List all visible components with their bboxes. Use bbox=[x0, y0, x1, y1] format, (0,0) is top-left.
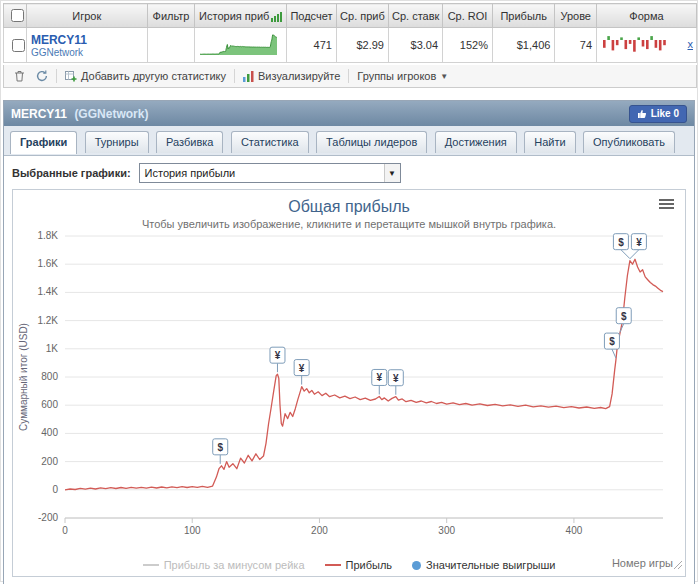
tab-breakdown[interactable]: Разбивка bbox=[156, 131, 223, 153]
y-tick-label: 1.8K bbox=[37, 230, 58, 241]
profit-sparkline-cell bbox=[195, 28, 287, 63]
y-tick-label: 200 bbox=[41, 456, 58, 467]
player-panel: MERCY11 (GGNetwork) Like 0 Графики Турни… bbox=[3, 100, 695, 584]
profit-value: $1,406 bbox=[492, 28, 554, 63]
table-header-row: Игрок Фильтр История приб Подсчет Ср. пр… bbox=[4, 4, 697, 28]
svg-text:$: $ bbox=[609, 336, 615, 347]
visualize-button[interactable]: Визуализируйте bbox=[240, 70, 343, 82]
tab-find[interactable]: Найти bbox=[524, 131, 575, 153]
form-sparkline bbox=[601, 31, 667, 57]
col-profit[interactable]: Прибыль bbox=[492, 4, 554, 28]
panel-title: MERCY11 (GGNetwork) bbox=[11, 107, 148, 121]
tab-achievements[interactable]: Достижения bbox=[435, 131, 517, 153]
refresh-button[interactable] bbox=[33, 70, 51, 82]
col-player[interactable]: Игрок bbox=[26, 4, 147, 28]
chart-legend: Прибыль за минусом рейка Прибыль Значите… bbox=[13, 554, 685, 576]
win-marker: ¥ bbox=[630, 234, 647, 259]
profit-sparkline bbox=[199, 31, 279, 57]
y-tick-label: -200 bbox=[38, 512, 58, 523]
legend-item-profit[interactable]: Прибыль bbox=[325, 559, 393, 571]
chart-menu-icon[interactable] bbox=[659, 199, 674, 211]
graph-selector-label: Выбранные графики: bbox=[12, 167, 131, 179]
thumbs-up-icon bbox=[637, 109, 647, 119]
legend-swatch bbox=[143, 564, 159, 566]
delete-button[interactable] bbox=[11, 70, 28, 82]
player-groups-button[interactable]: Группы игроков ▼ bbox=[354, 70, 451, 82]
select-all-checkbox[interactable] bbox=[11, 9, 24, 22]
avg-roi-value: 152% bbox=[443, 28, 493, 63]
legend-swatch bbox=[412, 561, 421, 570]
y-tick-label: 600 bbox=[41, 399, 58, 410]
x-tick-label: 300 bbox=[438, 525, 455, 536]
legend-item-profit-minus-rake[interactable]: Прибыль за минусом рейка bbox=[143, 559, 305, 571]
page: Игрок Фильтр История приб Подсчет Ср. пр… bbox=[0, 0, 698, 582]
legend-item-significant-wins[interactable]: Значительные выигрыши bbox=[412, 559, 555, 571]
y-tick-label: 1K bbox=[46, 343, 59, 354]
graph-select[interactable]: История прибыли ▼ bbox=[139, 163, 401, 183]
win-marker: ¥ bbox=[270, 347, 285, 372]
col-avg-roi[interactable]: Ср. ROI bbox=[443, 4, 493, 28]
svg-text:¥: ¥ bbox=[376, 372, 382, 383]
win-marker: $ bbox=[616, 308, 631, 333]
trash-icon bbox=[14, 70, 25, 82]
tab-graphs[interactable]: Графики bbox=[10, 131, 77, 154]
add-statistic-button[interactable]: Добавить другую статистику bbox=[62, 70, 229, 82]
level-value: 74 bbox=[555, 28, 597, 63]
y-axis-title: Суммарный итог (USD) bbox=[18, 323, 29, 431]
chart-title: Общая прибыль bbox=[13, 190, 685, 216]
count-value: 471 bbox=[287, 28, 337, 63]
toolbar-separator bbox=[56, 69, 57, 83]
legend-swatch bbox=[325, 564, 341, 566]
panel-header: MERCY11 (GGNetwork) Like 0 bbox=[4, 101, 694, 126]
add-statistic-icon bbox=[65, 70, 77, 82]
row-select-cell[interactable] bbox=[4, 28, 27, 63]
results-toolbar: Добавить другую статистику Визуализируйт… bbox=[3, 65, 697, 88]
col-avg-stake[interactable]: Ср. ставк bbox=[388, 4, 442, 28]
facebook-like-button[interactable]: Like 0 bbox=[629, 105, 687, 123]
x-axis-title: Номер игры bbox=[612, 557, 673, 569]
toolbar-separator bbox=[348, 69, 349, 83]
col-level[interactable]: Урове bbox=[555, 4, 597, 28]
resize-handle[interactable] bbox=[673, 556, 683, 574]
visualize-icon bbox=[243, 71, 254, 82]
svg-text:¥: ¥ bbox=[299, 363, 305, 374]
select-all-cell[interactable] bbox=[4, 4, 27, 28]
filter-cell[interactable] bbox=[147, 28, 195, 63]
win-marker: ¥ bbox=[294, 360, 309, 385]
x-tick-label: 100 bbox=[184, 525, 201, 536]
profit-chart: Общая прибыль Чтобы увеличить изображени… bbox=[12, 189, 686, 577]
chevron-down-icon: ▼ bbox=[440, 72, 448, 81]
player-link[interactable]: MERCY11 bbox=[31, 33, 143, 47]
results-table: Игрок Фильтр История приб Подсчет Ср. пр… bbox=[3, 3, 697, 63]
win-marker: $ bbox=[213, 439, 228, 464]
svg-text:$: $ bbox=[621, 311, 627, 322]
panel-title-player: MERCY11 bbox=[11, 107, 67, 121]
tab-bar: Графики Турниры Разбивка Статистика Табл… bbox=[4, 126, 694, 156]
svg-text:¥: ¥ bbox=[275, 350, 281, 361]
profit-history-icon bbox=[271, 12, 282, 22]
player-cell: MERCY11 GGNetwork bbox=[26, 28, 147, 63]
svg-text:¥: ¥ bbox=[393, 373, 399, 384]
col-filter[interactable]: Фильтр bbox=[147, 4, 195, 28]
y-tick-label: 1.2K bbox=[37, 315, 58, 326]
tab-publish[interactable]: Опубликовать bbox=[583, 131, 675, 153]
tab-tournaments[interactable]: Турниры bbox=[85, 131, 149, 153]
graph-selector-row: Выбранные графики: История прибыли ▼ bbox=[4, 156, 694, 189]
form-cell: x bbox=[597, 28, 697, 63]
row-checkbox[interactable] bbox=[12, 39, 25, 52]
col-form[interactable]: Форма bbox=[597, 4, 697, 28]
win-marker: $ bbox=[613, 234, 630, 259]
select-arrow-icon: ▼ bbox=[384, 164, 400, 182]
chart-plot-area[interactable]: -20002004006008001K1.2K1.4K1.6K1.8K01002… bbox=[13, 230, 685, 554]
y-tick-label: 400 bbox=[41, 427, 58, 438]
tab-leaderboards[interactable]: Таблицы лидеров bbox=[316, 131, 427, 153]
profit-line bbox=[65, 259, 663, 490]
win-marker: $ bbox=[604, 333, 619, 358]
remove-row-link[interactable]: x bbox=[688, 38, 694, 50]
col-profit-history[interactable]: История приб bbox=[195, 4, 287, 28]
x-tick-label: 0 bbox=[62, 525, 68, 536]
col-count[interactable]: Подсчет bbox=[287, 4, 337, 28]
tab-statistics[interactable]: Статистика bbox=[231, 131, 309, 153]
col-avg-profit[interactable]: Ср. приб bbox=[336, 4, 388, 28]
network-link[interactable]: GGNetwork bbox=[31, 47, 143, 58]
